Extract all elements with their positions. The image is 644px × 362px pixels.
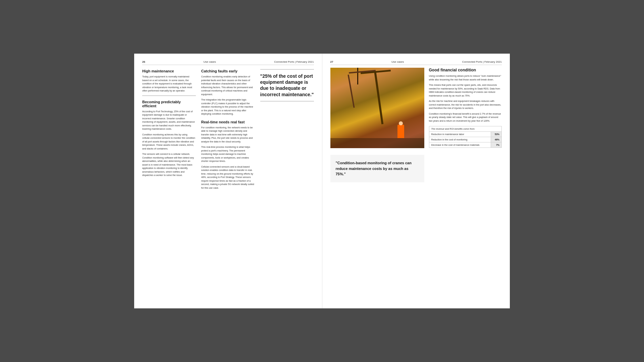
table-cell-label-1: Reduction in maintenance labor <box>429 132 491 137</box>
page-left: 26 Use cases Connected Ports | February … <box>134 54 322 308</box>
document-spread: 26 Use cases Connected Ports | February … <box>134 54 510 308</box>
crane-quote: "Condition-based monitoring of cranes ca… <box>330 155 424 182</box>
high-maintenance-title: High maintenance <box>142 69 196 73</box>
table-cell-value-3: 7% <box>491 142 502 148</box>
page-header-right: 27 Use cases Connected Ports | February … <box>330 60 502 65</box>
table-cell-value-2: 48% <box>491 137 502 142</box>
table-cell-label-2: Reduction in the cost of monitoring <box>429 137 491 142</box>
real-time-body2: This real-time process monitoring is wha… <box>201 145 255 163</box>
right-page-content: "Condition-based monitoring of cranes ca… <box>330 68 502 182</box>
page-header-left: 26 Use cases Connected Ports | February … <box>142 60 314 65</box>
real-time-body3: Cellular-connected sensors and a cloud-b… <box>201 165 255 190</box>
real-time-title: Real-time needs real fast <box>201 120 255 124</box>
page-right: 27 Use cases Connected Ports | February … <box>322 54 510 308</box>
good-financial-body1: Using condition monitoring allows ports … <box>429 74 502 81</box>
table-header-row: The revenue and ROI benefits come from: <box>429 126 502 132</box>
catching-faults-body1: Condition monitoring enables early detec… <box>201 75 255 96</box>
good-financial-body4: Condition monitoring's financial benefit… <box>429 112 502 123</box>
brand-label-left: Connected Ports | February 2021 <box>274 60 314 63</box>
divider-1 <box>142 96 196 96</box>
right-top-section: "Condition-based monitoring of cranes ca… <box>330 68 502 182</box>
table-header: The revenue and ROI benefits come from: <box>429 126 502 132</box>
left-col: High maintenance Today, port equipment i… <box>142 69 196 192</box>
left-page-content: High maintenance Today, port equipment i… <box>142 69 314 192</box>
catching-faults-title: Catching faults early <box>201 69 255 73</box>
high-maintenance-body: Today, port equipment is normally mainta… <box>142 75 196 93</box>
section-label-right: Use cases <box>391 60 404 63</box>
section-label-left: Use cases <box>203 60 216 63</box>
becoming-efficient-body1: According to Port Technology, 25% of the… <box>142 110 196 131</box>
becoming-efficient-title: Becoming predictably efficient <box>142 100 196 108</box>
large-quote-text: "25% of the cost of port equipment damag… <box>260 69 314 102</box>
brand-label-right: Connected Ports | February 2021 <box>462 60 502 63</box>
catching-faults-body2: The integration into the programmable lo… <box>201 98 255 116</box>
table-row: Reduction in maintenance labor 53% <box>429 132 502 137</box>
becoming-efficient-body3: The sensors will connect to a cellular n… <box>142 153 196 177</box>
right-col: Catching faults early Condition monitori… <box>201 69 255 192</box>
good-financial-body3: As the risk for machine and equipment br… <box>429 100 502 110</box>
table-row: Reduction in the cost of monitoring 48% <box>429 137 502 142</box>
financial-section: Good financial condition Using condition… <box>429 68 502 182</box>
becoming-efficient-body2: Condition monitoring achieves this by us… <box>142 133 196 151</box>
good-financial-body2: This means that ports can cut the spare … <box>429 83 502 98</box>
real-time-body1: For condition monitoring, the network ne… <box>201 126 255 144</box>
page-number-right: 27 <box>330 60 333 63</box>
table-cell-value-1: 53% <box>491 132 502 137</box>
crane-image <box>330 68 424 148</box>
page-number-left: 26 <box>142 60 145 63</box>
table-row: Decrease in the cost of maintenance mate… <box>429 142 502 148</box>
good-financial-title: Good financial condition <box>429 68 502 72</box>
quote-col: "25% of the cost of port equipment damag… <box>260 69 314 192</box>
roi-table: The revenue and ROI benefits come from: … <box>429 126 502 148</box>
table-cell-label-3: Decrease in the cost of maintenance mate… <box>429 142 491 148</box>
